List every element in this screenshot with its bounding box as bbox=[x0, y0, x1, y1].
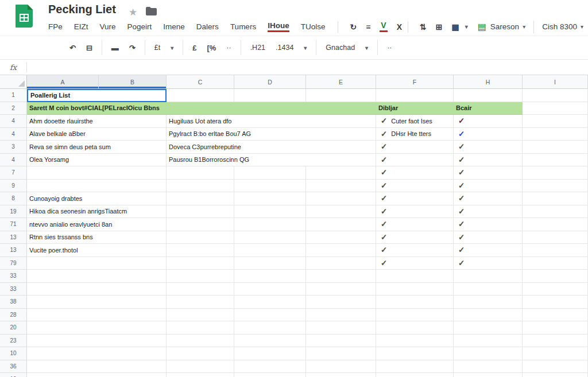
cell[interactable] bbox=[306, 192, 376, 205]
row-number[interactable]: 20 bbox=[0, 321, 27, 335]
cell[interactable] bbox=[376, 321, 454, 335]
cell[interactable] bbox=[454, 296, 523, 309]
more-dots-icon[interactable]: ·· bbox=[387, 44, 392, 52]
text-color-icon[interactable]: V bbox=[380, 21, 387, 32]
cell[interactable] bbox=[167, 360, 234, 374]
cell[interactable] bbox=[454, 373, 523, 377]
cell[interactable] bbox=[454, 283, 523, 296]
font-select[interactable]: Gnachad bbox=[326, 44, 355, 52]
row-number[interactable]: 9 bbox=[0, 180, 27, 193]
checkbox-cell-f[interactable]: ✓DHsr Hte tters bbox=[376, 128, 454, 141]
move-folder-icon[interactable] bbox=[146, 7, 157, 15]
cell[interactable] bbox=[454, 309, 523, 322]
cell[interactable] bbox=[523, 231, 588, 244]
sheet-view-button[interactable]: ▤ Sareson ▾ bbox=[478, 21, 525, 32]
item-name-cell[interactable]: Hikoa dica seonesin anrigsTiaatcm bbox=[27, 205, 167, 219]
menu-data[interactable]: Dalers bbox=[196, 22, 219, 31]
cell[interactable] bbox=[234, 244, 306, 257]
row-number[interactable]: 23 bbox=[0, 335, 27, 348]
cell[interactable] bbox=[523, 166, 588, 180]
cell[interactable] bbox=[27, 335, 167, 348]
share-button[interactable]: Cish 8300 ▾ bbox=[542, 22, 583, 31]
row-number[interactable]: 4 bbox=[0, 128, 27, 141]
row-number[interactable]: 10 bbox=[0, 347, 27, 360]
title-cell-selected[interactable]: Poallerig List bbox=[27, 89, 167, 102]
cell[interactable] bbox=[234, 283, 306, 296]
cell[interactable] bbox=[523, 154, 588, 167]
cell[interactable] bbox=[454, 89, 523, 102]
column-header-F[interactable]: F bbox=[376, 75, 454, 89]
checkbox-cell-h[interactable]: ✓ bbox=[454, 205, 523, 219]
undo-icon[interactable]: ↶ bbox=[69, 44, 76, 52]
cell[interactable] bbox=[234, 347, 306, 360]
cell[interactable] bbox=[454, 321, 523, 335]
cell[interactable] bbox=[167, 335, 234, 348]
cell[interactable] bbox=[523, 296, 588, 309]
item-name-cell[interactable] bbox=[27, 180, 167, 193]
checkbox-cell-f[interactable]: ✓ bbox=[376, 192, 454, 205]
menu-extensions[interactable]: TUolse bbox=[301, 22, 326, 31]
cell[interactable] bbox=[306, 309, 376, 322]
cell[interactable] bbox=[306, 335, 376, 348]
checkbox-cell-f[interactable]: ✓ bbox=[376, 180, 454, 193]
cell[interactable] bbox=[523, 102, 588, 115]
row-number[interactable]: 19 bbox=[0, 205, 27, 219]
cell[interactable] bbox=[523, 192, 588, 205]
cell[interactable] bbox=[234, 205, 306, 219]
cell[interactable] bbox=[523, 283, 588, 296]
menu-format[interactable]: Imene bbox=[163, 22, 185, 31]
menu-edit[interactable]: EIZt bbox=[74, 22, 88, 31]
cell[interactable] bbox=[306, 166, 376, 180]
cell[interactable] bbox=[523, 347, 588, 360]
checkbox-cell-f[interactable]: ✓Cuter faot Ises bbox=[376, 115, 454, 128]
cell[interactable] bbox=[306, 270, 376, 283]
column-header-I[interactable]: I bbox=[523, 75, 588, 89]
cell[interactable] bbox=[306, 347, 376, 360]
cell[interactable] bbox=[27, 309, 167, 322]
select-all-corner[interactable] bbox=[0, 75, 27, 89]
column-header-A[interactable]: A bbox=[27, 75, 99, 89]
more-dots-icon[interactable]: ·· bbox=[226, 44, 231, 52]
formula-input[interactable] bbox=[27, 60, 588, 75]
menu-tools[interactable]: Tumers bbox=[230, 22, 256, 31]
cell[interactable] bbox=[234, 335, 306, 348]
checkbox-cell-f[interactable]: ✓ bbox=[376, 231, 454, 244]
cell[interactable] bbox=[167, 205, 234, 219]
cell[interactable] bbox=[167, 309, 234, 322]
cell[interactable] bbox=[523, 257, 588, 270]
cell[interactable] bbox=[523, 244, 588, 257]
cell[interactable] bbox=[376, 283, 454, 296]
cell[interactable] bbox=[167, 244, 234, 257]
checkbox-cell-h[interactable]: ✓ bbox=[454, 180, 523, 193]
border-icon[interactable]: ▦ bbox=[451, 22, 459, 32]
currency-format-icon[interactable]: £ bbox=[192, 44, 196, 52]
align-icon[interactable]: ≡ bbox=[366, 22, 370, 32]
cell[interactable] bbox=[306, 205, 376, 219]
cell[interactable] bbox=[167, 283, 234, 296]
row-number[interactable]: 28 bbox=[0, 309, 27, 322]
cell[interactable] bbox=[523, 360, 588, 374]
item-description-cell[interactable]: Doveca C3purrebreputine bbox=[167, 141, 376, 154]
cell[interactable] bbox=[376, 296, 454, 309]
cell[interactable] bbox=[27, 347, 167, 360]
row-number[interactable]: 3 bbox=[0, 141, 27, 154]
item-name-cell[interactable] bbox=[27, 166, 167, 180]
row-number[interactable]: 38 bbox=[0, 296, 27, 309]
cell[interactable] bbox=[376, 347, 454, 360]
cell[interactable] bbox=[523, 205, 588, 219]
fill-icon[interactable]: ⇅ bbox=[420, 22, 427, 32]
item-name-cell[interactable]: Cunoayoig drabtes bbox=[27, 192, 167, 205]
cell[interactable] bbox=[167, 270, 234, 283]
checkbox-cell-h[interactable]: ✓ bbox=[454, 192, 523, 205]
checkbox-cell-f[interactable]: ✓ bbox=[376, 154, 454, 167]
checkbox-cell-h[interactable]: ✓ bbox=[454, 154, 523, 167]
cell[interactable] bbox=[523, 141, 588, 154]
cell[interactable] bbox=[454, 347, 523, 360]
cell[interactable] bbox=[234, 296, 306, 309]
row-number[interactable]: 33 bbox=[0, 283, 27, 296]
cell[interactable] bbox=[234, 180, 306, 193]
row-number[interactable]: 33 bbox=[0, 270, 27, 283]
cell[interactable] bbox=[167, 231, 234, 244]
cell[interactable] bbox=[306, 244, 376, 257]
cell[interactable] bbox=[523, 309, 588, 322]
